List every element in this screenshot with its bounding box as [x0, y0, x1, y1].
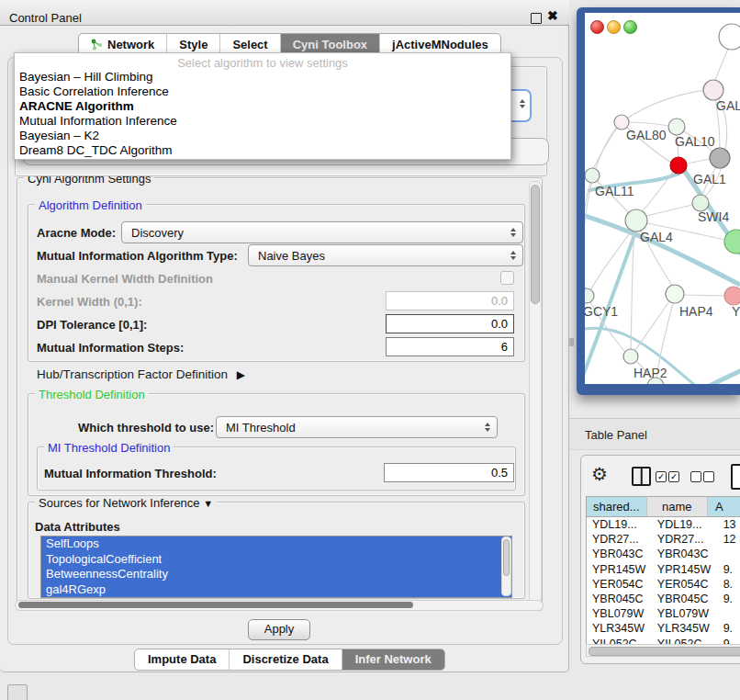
- node[interactable]: [710, 148, 730, 168]
- node-hap2[interactable]: [623, 349, 638, 364]
- table-row[interactable]: YER054C YER054C 8.: [587, 577, 740, 592]
- svg-text:HAP4: HAP4: [679, 304, 713, 319]
- mi-threshold-field[interactable]: 0.5: [384, 463, 514, 482]
- new-table-icon[interactable]: [731, 464, 740, 490]
- collapsed-panel-button[interactable]: [7, 684, 28, 700]
- settings-horizontal-scrollbar-thumb[interactable]: [18, 602, 413, 608]
- table-row[interactable]: YBL079W YBL079W: [587, 606, 740, 621]
- sources-title: Sources for Network Inference: [39, 496, 200, 510]
- aracne-mode-value: Discovery: [131, 226, 184, 240]
- hub-definition-toggle[interactable]: Hub/Transcription Factor Definition ▶: [37, 367, 245, 381]
- node-gal1[interactable]: [670, 157, 687, 174]
- attributes-scrollbar[interactable]: [501, 536, 511, 596]
- data-attributes-list: SelfLoops TopologicalCoefficient Between…: [40, 536, 512, 598]
- settings-vertical-scrollbar[interactable]: [529, 181, 542, 606]
- table-row[interactable]: YDR27... YDR27... 12: [587, 532, 740, 547]
- mi-steps-field[interactable]: 6: [386, 337, 514, 356]
- hub-definition-label: Hub/Transcription Factor Definition: [37, 367, 228, 381]
- table-row[interactable]: YLR345W YLR345W 9.: [587, 621, 740, 636]
- which-threshold-value: MI Threshold: [226, 421, 296, 435]
- settings-horizontal-scrollbar[interactable]: [15, 600, 544, 611]
- dropdown-item[interactable]: Bayesian – Hill Climbing: [15, 70, 510, 85]
- node-gcy1[interactable]: [585, 288, 594, 303]
- tab-style[interactable]: Style: [167, 34, 220, 54]
- svg-text:GAL11: GAL11: [595, 184, 634, 198]
- dropdown-item[interactable]: Mutual Information Inference: [15, 114, 510, 129]
- svg-text:Y: Y: [732, 304, 740, 319]
- dropdown-item[interactable]: Dream8 DC_TDC Algorithm: [15, 143, 510, 158]
- table-horizontal-scrollbar[interactable]: [586, 644, 740, 657]
- panel-splitter[interactable]: [569, 338, 574, 346]
- tab-impute-data[interactable]: Impute Data: [135, 649, 230, 670]
- tab-select[interactable]: Select: [220, 34, 280, 54]
- which-threshold-combobox[interactable]: MI Threshold: [216, 416, 498, 438]
- dropdown-item-selected[interactable]: ARACNE Algorithm: [15, 99, 510, 114]
- algorithm-dropdown: Select algorithm to view settings Bayesi…: [14, 52, 511, 160]
- column-header-partial[interactable]: A: [708, 496, 740, 517]
- node-hap4[interactable]: [666, 285, 684, 303]
- table-row[interactable]: YPR145W YPR145W 9.: [587, 562, 740, 577]
- table-row[interactable]: YBR045C YBR045C 9.: [587, 592, 740, 606]
- table-horizontal-scrollbar-thumb[interactable]: [589, 647, 740, 656]
- select-all-checkbox-icon[interactable]: ✓: [656, 471, 667, 482]
- manual-kernel-width-checkbox[interactable]: [500, 271, 514, 285]
- screen: Control Panel ✖ Network Style Select Cyn…: [0, 0, 740, 700]
- tab-discretize-data[interactable]: Discretize Data: [230, 649, 342, 670]
- node[interactable]: [719, 24, 740, 50]
- mi-algorithm-type-label: Mutual Information Algorithm Type:: [37, 249, 238, 263]
- aracne-mode-label: Aracne Mode:: [37, 226, 116, 240]
- gear-icon[interactable]: ⚙: [591, 465, 608, 483]
- list-item[interactable]: gal4RGexp: [41, 582, 511, 598]
- settings-vertical-scrollbar-thumb[interactable]: [531, 185, 540, 304]
- table-row[interactable]: YBR043C YBR043C: [587, 547, 740, 561]
- list-item[interactable]: BetweennessCentrality: [41, 567, 511, 582]
- control-panel-title: Control Panel: [9, 11, 82, 25]
- sources-toggle[interactable]: Sources for Network Inference ▼: [35, 496, 217, 510]
- column-header-name[interactable]: name: [647, 496, 708, 517]
- close-icon[interactable]: ✖: [547, 8, 558, 23]
- node-gal11[interactable]: [585, 168, 600, 183]
- select-all-checkbox-icon[interactable]: ✓: [668, 471, 679, 482]
- aracne-mode-combobox[interactable]: Discovery: [121, 221, 523, 243]
- network-tab-icon: [91, 39, 103, 51]
- table-row[interactable]: YDL19... YDL19... 13: [587, 517, 740, 532]
- node-gal4[interactable]: [625, 209, 647, 231]
- tab-cyni-toolbox[interactable]: Cyni Toolbox: [281, 34, 380, 54]
- algorithm-dropdown-placeholder: Select algorithm to view settings: [15, 53, 510, 70]
- svg-text:GAL1: GAL1: [693, 172, 726, 186]
- node[interactable]: [724, 287, 740, 305]
- svg-text:GAL: GAL: [716, 98, 740, 113]
- deselect-all-checkbox-icon[interactable]: [703, 471, 714, 482]
- tab-jactivemnodules[interactable]: jActiveMNodules: [380, 34, 500, 54]
- table-header-row: shared... name A: [587, 496, 740, 517]
- svg-text:HAP2: HAP2: [633, 366, 667, 380]
- tab-network[interactable]: Network: [79, 34, 167, 54]
- apply-button[interactable]: Apply: [248, 619, 310, 640]
- dropdown-item[interactable]: Basic Correlation Inference: [15, 85, 510, 99]
- kernel-width-field[interactable]: 0.0: [386, 291, 514, 310]
- list-item[interactable]: SelfLoops: [41, 536, 511, 552]
- tab-network-label: Network: [107, 38, 154, 51]
- kernel-width-label: Kernel Width (0,1):: [37, 295, 142, 309]
- algorithm-definition-title: Algorithm Definition: [35, 198, 146, 212]
- mi-threshold-label: Mutual Information Threshold:: [44, 467, 217, 480]
- dpi-tolerance-field[interactable]: 0.0: [386, 314, 514, 333]
- teal-edges: [585, 169, 740, 384]
- node-table: shared... name A YDL19... YDL19... 13 YD…: [586, 496, 740, 657]
- data-attributes-label: Data Attributes: [35, 520, 120, 534]
- list-item[interactable]: TopologicalCoefficient: [41, 552, 511, 568]
- threshold-definition-title: Threshold Definition: [35, 388, 149, 401]
- network-canvas[interactable]: GAL GAL80 GAL10 GAL1 GAL11 SWI4 GAL4 GCY…: [585, 13, 740, 384]
- column-header-shared-name[interactable]: shared...: [587, 496, 647, 517]
- deselect-all-checkbox-icon[interactable]: [690, 471, 701, 482]
- node[interactable]: [703, 80, 723, 100]
- dropdown-item[interactable]: Bayesian – K2: [15, 129, 510, 143]
- split-columns-icon[interactable]: [632, 467, 651, 486]
- tab-infer-network[interactable]: Infer Network: [342, 649, 444, 670]
- node-gal10[interactable]: [668, 119, 685, 135]
- network-graph[interactable]: GAL GAL80 GAL10 GAL1 GAL11 SWI4 GAL4 GCY…: [585, 13, 740, 384]
- mi-algorithm-type-combobox[interactable]: Naive Bayes: [248, 244, 523, 266]
- float-window-icon[interactable]: [531, 13, 542, 24]
- attributes-scrollbar-thumb[interactable]: [503, 539, 510, 576]
- table-panel-title: Table Panel: [585, 428, 647, 442]
